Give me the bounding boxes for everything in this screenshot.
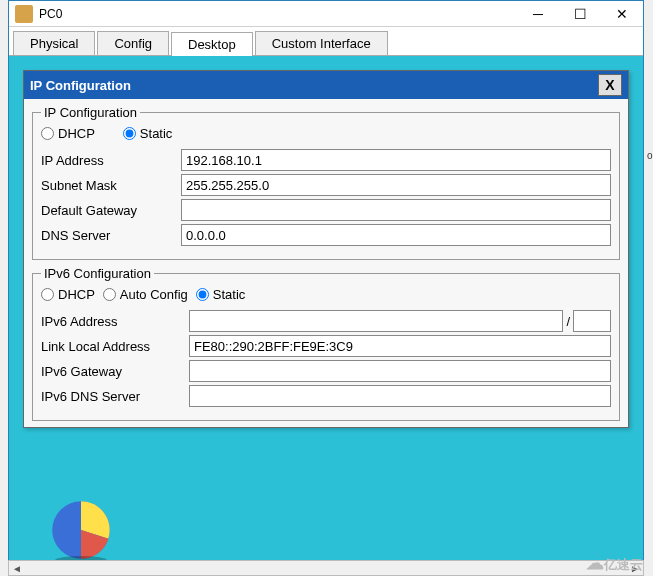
link-local-label: Link Local Address	[41, 339, 189, 354]
ipv4-dhcp-option[interactable]: DHCP	[41, 126, 95, 141]
ipv6-prefix-input[interactable]	[573, 310, 611, 332]
ip-address-label: IP Address	[41, 153, 181, 168]
ipv4-static-option[interactable]: Static	[123, 126, 173, 141]
ipv4-dhcp-label: DHCP	[58, 126, 95, 141]
pie-chart-icon[interactable]	[45, 494, 117, 566]
tab-config[interactable]: Config	[97, 31, 169, 55]
ipv6-static-label: Static	[213, 287, 246, 302]
ip-address-input[interactable]	[181, 149, 611, 171]
ipv6-gateway-label: IPv6 Gateway	[41, 364, 189, 379]
scroll-left-button[interactable]: ◄	[9, 561, 25, 575]
maximize-button[interactable]: ☐	[559, 1, 601, 27]
watermark: ☁亿速云	[586, 552, 643, 574]
minimize-button[interactable]: ─	[517, 1, 559, 27]
ipv6-address-label: IPv6 Address	[41, 314, 189, 329]
dialog-titlebar: IP Configuration X	[24, 71, 628, 99]
ipv6-auto-radio[interactable]	[103, 288, 116, 301]
ipv4-legend: IP Configuration	[41, 105, 140, 120]
dialog-title: IP Configuration	[30, 78, 598, 93]
link-local-input[interactable]	[189, 335, 611, 357]
default-gateway-label: Default Gateway	[41, 203, 181, 218]
tab-bar: Physical Config Desktop Custom Interface	[9, 27, 643, 56]
ipv6-gateway-input[interactable]	[189, 360, 611, 382]
ipv4-static-label: Static	[140, 126, 173, 141]
ipv6-auto-option[interactable]: Auto Config	[103, 287, 188, 302]
ipv6-mode-row: DHCP Auto Config Static	[41, 287, 611, 302]
ipv6-dhcp-option[interactable]: DHCP	[41, 287, 95, 302]
ip-config-dialog: IP Configuration X IP Configuration DHCP…	[23, 70, 629, 428]
ipv6-dns-input[interactable]	[189, 385, 611, 407]
ipv4-mode-row: DHCP Static	[41, 126, 611, 141]
window-title: PC0	[39, 7, 517, 21]
horizontal-scrollbar[interactable]: ◄ ►	[8, 560, 644, 576]
ipv6-static-option[interactable]: Static	[196, 287, 246, 302]
ipv4-static-radio[interactable]	[123, 127, 136, 140]
ipv4-dhcp-radio[interactable]	[41, 127, 54, 140]
default-gateway-input[interactable]	[181, 199, 611, 221]
subnet-mask-label: Subnet Mask	[41, 178, 181, 193]
window-controls: ─ ☐ ✕	[517, 1, 643, 27]
cropped-text: or	[647, 150, 653, 162]
app-icon	[15, 5, 33, 23]
ipv4-fieldset: IP Configuration DHCP Static IP Address	[32, 105, 620, 260]
ipv6-address-input[interactable]	[189, 310, 563, 332]
tab-custom-interface[interactable]: Custom Interface	[255, 31, 388, 55]
ipv6-static-radio[interactable]	[196, 288, 209, 301]
ipv6-dhcp-label: DHCP	[58, 287, 95, 302]
ipv6-fieldset: IPv6 Configuration DHCP Auto Config Stat…	[32, 266, 620, 421]
dialog-close-button[interactable]: X	[598, 74, 622, 96]
ipv6-dhcp-radio[interactable]	[41, 288, 54, 301]
ipv6-prefix-slash: /	[566, 314, 570, 329]
app-window: PC0 ─ ☐ ✕ Physical Config Desktop Custom…	[8, 0, 644, 576]
tab-desktop[interactable]: Desktop	[171, 32, 253, 56]
tab-physical[interactable]: Physical	[13, 31, 95, 55]
titlebar: PC0 ─ ☐ ✕	[9, 1, 643, 27]
close-button[interactable]: ✕	[601, 1, 643, 27]
desktop-area: IP Configuration X IP Configuration DHCP…	[9, 56, 643, 576]
dns-server-input[interactable]	[181, 224, 611, 246]
ipv6-dns-label: IPv6 DNS Server	[41, 389, 189, 404]
subnet-mask-input[interactable]	[181, 174, 611, 196]
ipv6-legend: IPv6 Configuration	[41, 266, 154, 281]
dns-server-label: DNS Server	[41, 228, 181, 243]
ipv6-auto-label: Auto Config	[120, 287, 188, 302]
